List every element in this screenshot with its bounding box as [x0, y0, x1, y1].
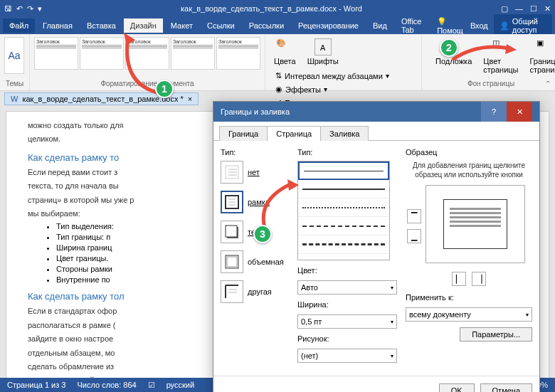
width-combo[interactable]: 0,5 пт — [297, 314, 397, 329]
close-tab-icon[interactable]: × — [188, 95, 192, 103]
signin-button[interactable]: Вход — [470, 21, 488, 30]
style-option[interactable] — [298, 217, 389, 235]
setting-3d[interactable] — [221, 250, 243, 273]
borders-shading-dialog: Границы и заливка ? ✕ Граница Страница З… — [213, 101, 540, 392]
callout-1: 1 — [155, 80, 174, 98]
themes-button[interactable]: Aa — [4, 37, 24, 74]
close-icon[interactable]: ✕ — [544, 4, 551, 14]
style-label: Тип: — [297, 148, 397, 157]
preview-box[interactable] — [426, 185, 525, 263]
style-option[interactable] — [298, 198, 389, 217]
redo-icon[interactable]: ↷ — [27, 4, 33, 14]
maximize-icon[interactable]: ☐ — [530, 4, 537, 14]
window-title: как_в_ворде_сделать_текст_в_рамке.docx -… — [42, 4, 501, 13]
dialog-tab-page[interactable]: Страница — [267, 126, 321, 141]
svg-rect-9 — [226, 226, 237, 237]
minimize-icon[interactable]: — — [515, 4, 523, 14]
style-gallery-item[interactable]: Заголовок — [34, 37, 78, 70]
ok-button[interactable]: OK — [439, 383, 475, 392]
palette-icon: 🎨 — [276, 38, 293, 55]
font-icon: A — [314, 38, 332, 55]
window-controls: ▢ — ☐ ✕ — [501, 4, 551, 14]
language-status[interactable]: русский — [166, 381, 194, 389]
svg-rect-10 — [226, 255, 238, 268]
ribbon-options-icon[interactable]: ▢ — [501, 4, 508, 14]
svg-marker-17 — [505, 44, 517, 54]
svg-marker-16 — [124, 33, 135, 46]
effects-icon: ◉ — [275, 85, 282, 94]
callout-3: 3 — [253, 225, 272, 243]
apply-to-combo[interactable]: всему документу — [406, 307, 532, 322]
svg-rect-11 — [227, 257, 237, 267]
dialog-titlebar: Границы и заливка ? ✕ — [213, 102, 539, 122]
colors-button[interactable]: 🎨Цвета — [270, 37, 300, 67]
style-option[interactable] — [298, 161, 389, 180]
save-icon[interactable]: 🖫 — [4, 4, 12, 13]
dialog-tab-fill[interactable]: Заливка — [320, 126, 369, 141]
setting-label: Тип: — [221, 148, 289, 157]
tab-references[interactable]: Ссылки — [201, 18, 241, 33]
dialog-help-button[interactable]: ? — [481, 102, 507, 122]
tab-file[interactable]: Файл — [3, 18, 35, 33]
cancel-button[interactable]: Отмена — [480, 383, 532, 392]
border-style-list[interactable] — [297, 161, 390, 260]
style-gallery-item[interactable]: Заголовок — [216, 37, 260, 70]
undo-icon[interactable]: ↶ — [16, 4, 23, 14]
ribbon-tabs: Файл Главная Вставка Дизайн Макет Ссылки… — [0, 17, 555, 34]
spacing-icon: ⇅ — [275, 71, 282, 80]
tab-home[interactable]: Главная — [36, 18, 79, 33]
collapse-ribbon-icon[interactable]: ⌃ — [545, 80, 551, 88]
params-button[interactable]: Параметры... — [460, 327, 532, 341]
setting-none[interactable] — [221, 161, 243, 184]
art-combo[interactable]: (нет) — [297, 349, 397, 363]
preview-hint: Для добавления границ щелкните образец и… — [406, 161, 532, 179]
tab-mailings[interactable]: Рассылки — [243, 18, 290, 33]
svg-marker-18 — [287, 179, 299, 191]
edge-bottom-button[interactable]: ▁ — [407, 229, 421, 243]
style-option[interactable] — [298, 235, 389, 254]
setting-shadow[interactable] — [221, 221, 243, 243]
page-borders-icon: ▣ — [536, 38, 554, 55]
quick-access-toolbar: 🖫 ↶ ↷ ▾ — [4, 4, 42, 14]
style-option[interactable] — [298, 180, 389, 198]
fonts-button[interactable]: AШрифты — [303, 37, 343, 67]
callout-2: 2 — [440, 38, 458, 57]
effects-button[interactable]: ◉Эффекты ▾ — [273, 83, 392, 95]
edge-right-button[interactable]: ▕ — [472, 272, 486, 286]
page-borders-button[interactable]: ▣Границы страниц — [525, 37, 555, 75]
edge-left-button[interactable]: ▏ — [452, 272, 466, 286]
help-button[interactable]: 💡 Помощ — [437, 17, 465, 35]
dialog-title: Границы и заливка — [221, 107, 290, 116]
page-status[interactable]: Страница 1 из 3 — [7, 381, 65, 389]
edge-top-button[interactable]: ▔ — [407, 209, 421, 223]
paragraph-spacing-button[interactable]: ⇅Интервал между абзацами ▾ — [273, 70, 392, 82]
proofing-icon[interactable]: ☑ — [148, 381, 155, 390]
dialog-tab-border[interactable]: Граница — [219, 126, 268, 141]
word-count[interactable]: Число слов: 864 — [77, 381, 136, 389]
preview-label: Образец — [406, 148, 532, 157]
tab-view[interactable]: Вид — [366, 18, 393, 33]
setting-box[interactable] — [221, 191, 243, 213]
tab-review[interactable]: Рецензирование — [292, 18, 365, 33]
dialog-close-button[interactable]: ✕ — [507, 102, 532, 122]
setting-custom[interactable] — [221, 280, 243, 303]
dialog-tabs: Граница Страница Заливка — [213, 122, 539, 141]
color-combo[interactable]: Авто — [297, 280, 397, 295]
word-file-icon: W — [11, 95, 18, 103]
